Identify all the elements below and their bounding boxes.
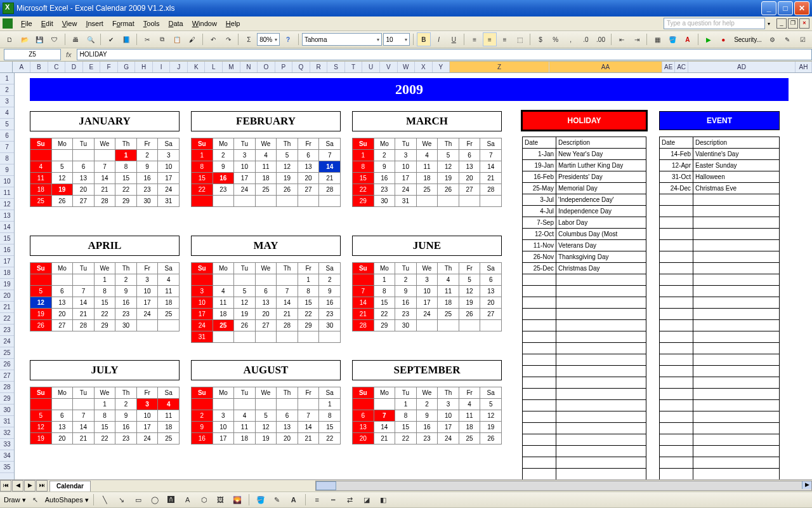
fill-color-draw-icon[interactable]: 🪣 [254,493,268,507]
col-header-V[interactable]: V [380,62,398,72]
holiday-table[interactable]: DateDescription1-JanNew Year's Day19-Jan… [522,137,646,479]
month-grid[interactable]: SuMoTuWeThFrSa12345678910111213141516171… [191,138,341,207]
name-box[interactable]: Z5 [4,49,61,60]
percent-icon[interactable]: % [549,32,563,46]
col-header-T[interactable]: T [345,62,363,72]
preview-icon[interactable]: 🔍 [84,32,98,46]
select-all-corner[interactable] [0,62,13,72]
column-headers[interactable]: ABCDEFGHIJKLMNOPQRSTUVWXYZAAAEACADAH [0,62,812,73]
row-header-9[interactable]: 9 [0,164,14,176]
cut-icon[interactable]: ✂ [140,32,154,46]
tab-next-icon[interactable]: ▶ [24,480,36,491]
scroll-thumb[interactable] [316,481,336,490]
tab-prev-icon[interactable]: ◀ [12,480,23,491]
horizontal-scrollbar[interactable]: ▶ [315,481,812,491]
col-header-E[interactable]: E [83,62,101,72]
row-header-8[interactable]: 8 [0,153,14,164]
autosum-icon[interactable]: Σ [242,32,256,46]
align-left-icon[interactable]: ≡ [468,32,481,46]
month-grid[interactable]: SuMoTuWeThFrSa12345678910111213141516171… [30,138,180,207]
col-header-D[interactable]: D [65,62,83,72]
col-header-N[interactable]: N [240,62,258,72]
dash-style-icon[interactable]: ┅ [327,493,341,507]
doc-icon[interactable] [3,18,13,29]
col-header-K[interactable]: K [188,62,206,72]
maximize-button[interactable]: □ [778,1,793,15]
scroll-right-icon[interactable]: ▶ [802,481,811,489]
format-painter-icon[interactable]: 🖌 [185,32,199,46]
paste-icon[interactable]: 📋 [170,32,184,46]
month-grid[interactable]: SuMoTuWeThFrSa12345678910111213141516171… [191,387,341,444]
line-color-icon[interactable]: ✎ [270,493,284,507]
controls-icon[interactable]: ☑ [796,32,809,46]
font-color-icon[interactable]: A [681,32,695,46]
row-header-26[interactable]: 26 [0,359,14,370]
row-header-33[interactable]: 33 [0,439,14,450]
row-header-22[interactable]: 22 [0,313,14,324]
col-header-J[interactable]: J [170,62,188,72]
col-header-P[interactable]: P [275,62,293,72]
open-icon[interactable]: 📂 [18,32,32,46]
row-header-11[interactable]: 11 [0,187,14,199]
dec-indent-icon[interactable]: ⇤ [615,32,629,46]
help-icon[interactable]: ? [281,32,295,46]
row-header-23[interactable]: 23 [0,324,14,336]
row-header-29[interactable]: 29 [0,393,14,404]
tab-last-icon[interactable]: ⏭ [36,480,48,491]
zoom-combo[interactable]: 80%▾ [257,33,280,46]
help-search-input[interactable]: Type a question for help [664,18,765,29]
row-header-4[interactable]: 4 [0,107,14,119]
select-objects-icon[interactable]: ↖ [29,493,43,507]
inc-decimal-icon[interactable]: .0 [579,32,593,46]
draw-menu[interactable]: Draw ▾ [4,496,26,504]
doc-close-button[interactable]: × [799,18,809,29]
row-header-27[interactable]: 27 [0,370,14,382]
menu-help[interactable]: Help [221,18,245,29]
col-header-S[interactable]: S [327,62,345,72]
worksheet-grid[interactable]: 1234567891011121314151617181920212223242… [0,73,812,479]
spelling-icon[interactable]: ✔ [104,32,118,46]
row-header-1[interactable]: 1 [0,73,14,84]
col-header-R[interactable]: R [310,62,328,72]
permission-icon[interactable]: 🛡 [48,32,62,46]
font-combo[interactable]: Tahoma▾ [302,33,382,46]
month-grid[interactable]: SuMoTuWeThFrSa12345678910111213141516171… [352,387,502,444]
textbox-icon[interactable]: 🅰 [164,493,178,507]
row-header-28[interactable]: 28 [0,382,14,393]
row-header-12[interactable]: 12 [0,199,14,210]
month-grid[interactable]: SuMoTuWeThFrSa12345678910111213141516171… [191,262,341,343]
row-header-19[interactable]: 19 [0,279,14,290]
col-header-L[interactable]: L [205,62,223,72]
menu-insert[interactable]: Insert [81,18,108,29]
clipart-icon[interactable]: 🖼 [214,493,228,507]
row-header-3[interactable]: 3 [0,96,14,107]
row-header-17[interactable]: 17 [0,256,14,267]
row-header-13[interactable]: 13 [0,210,14,222]
doc-minimize-button[interactable]: _ [776,18,787,29]
font-color-draw-icon[interactable]: A [287,493,301,507]
month-grid[interactable]: SuMoTuWeThFrSa12345678910111213141516171… [30,387,180,444]
fx-icon[interactable]: fx [66,51,72,58]
row-header-6[interactable]: 6 [0,130,14,142]
col-header-A[interactable]: A [13,62,30,72]
row-header-2[interactable]: 2 [0,84,14,96]
line-icon[interactable]: ╲ [98,493,112,507]
col-header-X[interactable]: X [415,62,433,72]
col-header-U[interactable]: U [362,62,380,72]
menu-window[interactable]: Window [188,18,221,29]
wordart-icon[interactable]: A [181,493,195,507]
currency-icon[interactable]: $ [534,32,547,46]
copy-icon[interactable]: ⧉ [155,32,169,46]
save-icon[interactable]: 💾 [33,32,47,46]
design-icon[interactable]: ✎ [781,32,795,46]
fill-color-icon[interactable]: 🪣 [665,32,679,46]
col-header-AC[interactable]: AC [675,62,688,72]
col-header-AH[interactable]: AH [796,62,812,72]
menu-view[interactable]: View [58,18,82,29]
col-header-Q[interactable]: Q [292,62,310,72]
align-right-icon[interactable]: ≡ [498,32,512,46]
row-header-24[interactable]: 24 [0,336,14,347]
row-header-16[interactable]: 16 [0,244,14,256]
dec-decimal-icon[interactable]: .00 [594,32,608,46]
row-header-15[interactable]: 15 [0,233,14,244]
